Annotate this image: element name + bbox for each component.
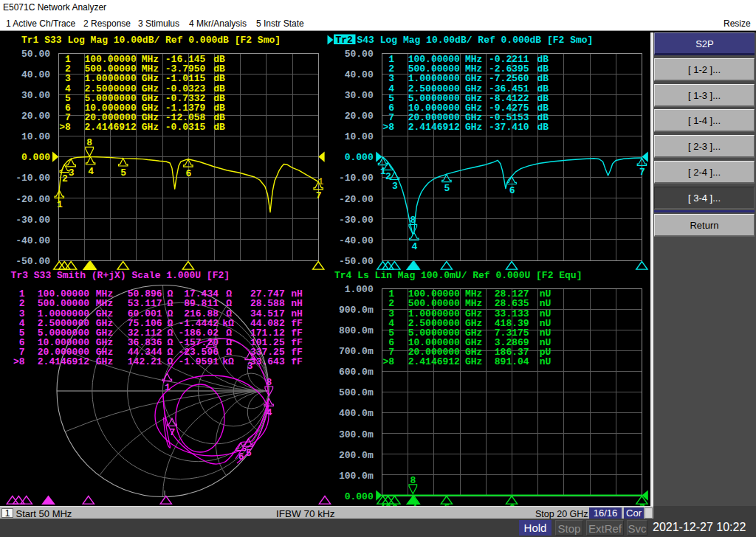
- svg-text:-10.00: -10.00: [339, 173, 374, 184]
- svg-text:0.000: 0.000: [345, 152, 374, 163]
- svg-text:5: 5: [246, 448, 252, 459]
- svg-text:1: 1: [57, 199, 63, 210]
- svg-text:-30.00: -30.00: [16, 215, 50, 226]
- svg-text:Tr2: Tr2: [336, 35, 354, 46]
- svg-text:0.000: 0.000: [345, 491, 374, 502]
- svg-text:8: 8: [266, 377, 272, 388]
- svg-text:300.0m: 300.0m: [339, 429, 374, 440]
- svg-text:GHz: GHz: [142, 122, 159, 133]
- svg-text:fF: fF: [291, 356, 303, 367]
- svg-text:8: 8: [86, 137, 92, 148]
- svg-text:4: 4: [88, 166, 94, 177]
- svg-text:>8: >8: [13, 356, 25, 367]
- svg-text:8: 8: [410, 215, 416, 226]
- svg-text:800.0m: 800.0m: [339, 325, 374, 336]
- svg-text:Tr4 Ls Lin Mag 100.0mU/ Ref 0.: Tr4 Ls Lin Mag 100.0mU/ Ref 0.000U [F2 E…: [334, 270, 582, 281]
- svg-text:1.000: 1.000: [345, 284, 374, 295]
- svg-text:-20.00: -20.00: [339, 194, 374, 205]
- svg-text:>8: >8: [382, 356, 394, 367]
- svg-text:6: 6: [185, 168, 191, 179]
- svg-text:5: 5: [444, 183, 450, 194]
- svg-text:-40.00: -40.00: [16, 235, 50, 246]
- svg-text:GHz: GHz: [465, 356, 482, 367]
- svg-text:700.0m: 700.0m: [339, 346, 374, 357]
- svg-text:2: 2: [62, 173, 68, 184]
- svg-text:>8: >8: [382, 122, 394, 133]
- svg-text:8: 8: [410, 475, 416, 486]
- svg-text:GHz: GHz: [96, 356, 113, 367]
- svg-text:500.0m: 500.0m: [339, 387, 374, 398]
- svg-text:5: 5: [120, 167, 126, 179]
- svg-text:1: 1: [318, 176, 324, 187]
- svg-text:30.00: 30.00: [345, 90, 374, 101]
- svg-text:-50.00: -50.00: [16, 256, 50, 267]
- svg-text:33.643: 33.643: [250, 356, 285, 367]
- svg-text:2: 2: [385, 171, 391, 182]
- svg-text:30.00: 30.00: [21, 90, 50, 101]
- svg-text:50.00: 50.00: [21, 49, 50, 60]
- svg-text:4: 4: [411, 241, 417, 252]
- svg-text:-1.9591: -1.9591: [178, 356, 219, 367]
- svg-text:Tr1 S33 Log Mag 10.00dB/ Ref 0: Tr1 S33 Log Mag 10.00dB/ Ref 0.000dB [F2…: [21, 35, 281, 46]
- svg-text:600.0m: 600.0m: [339, 367, 374, 378]
- svg-text:-10.00: -10.00: [16, 173, 50, 184]
- svg-text:50.00: 50.00: [345, 49, 374, 60]
- svg-text:400.0m: 400.0m: [339, 408, 374, 419]
- svg-text:200.0m: 200.0m: [339, 450, 374, 461]
- svg-text:Tr3 S33 Smith (R+jX) Scale 1.0: Tr3 S33 Smith (R+jX) Scale 1.000U [F2]: [11, 270, 230, 281]
- svg-text:891.04: 891.04: [495, 356, 529, 367]
- svg-text:2.4146912: 2.4146912: [84, 122, 136, 133]
- svg-text:10.00: 10.00: [21, 131, 50, 142]
- svg-text:>8: >8: [59, 122, 71, 133]
- svg-text:Ω: Ω: [168, 356, 173, 367]
- svg-text:kΩ: kΩ: [222, 356, 234, 367]
- svg-text:40.00: 40.00: [345, 69, 374, 80]
- svg-text:2.4146912: 2.4146912: [38, 356, 89, 367]
- svg-text:0.000: 0.000: [21, 152, 50, 163]
- svg-text:20.00: 20.00: [345, 111, 374, 122]
- svg-text:dB: dB: [213, 122, 225, 133]
- svg-text:-37.410: -37.410: [489, 122, 529, 133]
- svg-text:-50.00: -50.00: [339, 256, 374, 267]
- svg-text:-20.00: -20.00: [16, 194, 50, 205]
- svg-text:4: 4: [267, 407, 272, 418]
- svg-text:20.00: 20.00: [21, 111, 50, 122]
- svg-text:7: 7: [170, 427, 176, 438]
- svg-text:2.4146912: 2.4146912: [408, 122, 460, 133]
- svg-text:-0.0315: -0.0315: [165, 122, 206, 133]
- svg-text:142.21: 142.21: [128, 356, 162, 367]
- svg-text:10.00: 10.00: [345, 131, 374, 142]
- svg-text:7: 7: [639, 167, 645, 178]
- svg-text:GHz: GHz: [465, 122, 482, 133]
- svg-text:nU: nU: [540, 356, 551, 367]
- svg-text:100.0m: 100.0m: [339, 471, 374, 482]
- svg-text:2.4146912: 2.4146912: [408, 356, 460, 367]
- svg-text:900.0m: 900.0m: [339, 305, 374, 316]
- svg-text:dB: dB: [537, 122, 549, 133]
- svg-text:6: 6: [238, 451, 244, 462]
- svg-text:-40.00: -40.00: [339, 235, 374, 246]
- svg-text:S43 Log Mag 10.00dB/ Ref 0.000: S43 Log Mag 10.00dB/ Ref 0.000dB [F2 Smo…: [357, 35, 594, 46]
- svg-text:40.00: 40.00: [21, 69, 50, 80]
- svg-text:-30.00: -30.00: [339, 215, 374, 226]
- svg-text:1: 1: [165, 382, 171, 393]
- svg-text:7: 7: [316, 190, 322, 201]
- svg-text:6: 6: [509, 185, 515, 196]
- svg-text:3: 3: [69, 167, 75, 179]
- svg-text:3: 3: [392, 181, 398, 192]
